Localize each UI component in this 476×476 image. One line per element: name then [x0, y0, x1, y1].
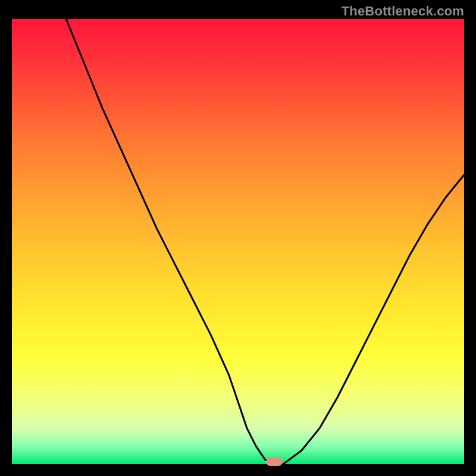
optimal-point-marker: [266, 458, 283, 466]
bottleneck-curve: [12, 19, 464, 464]
chart-plot-area: [12, 19, 464, 464]
attribution-label: TheBottleneck.com: [342, 4, 464, 19]
chart-container: TheBottleneck.com: [0, 0, 476, 476]
